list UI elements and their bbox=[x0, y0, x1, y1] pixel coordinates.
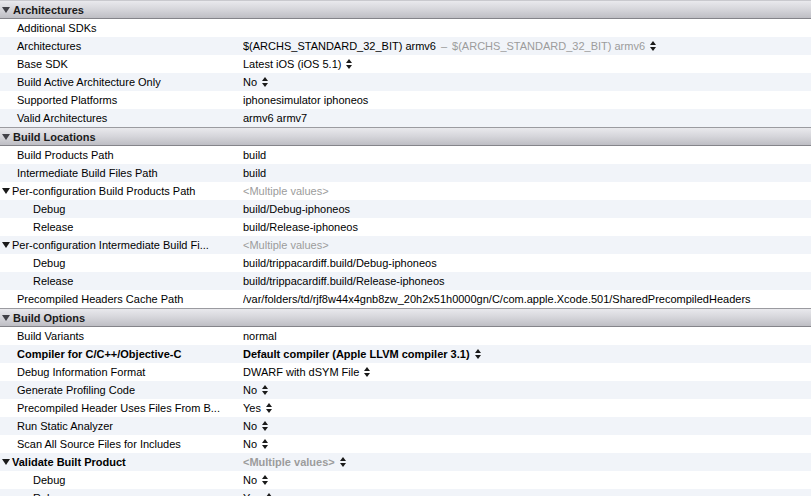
stepper-down-arrow-icon[interactable] bbox=[262, 427, 268, 431]
stepper-up-arrow-icon[interactable] bbox=[266, 403, 272, 407]
stepper-up-arrow-icon[interactable] bbox=[262, 439, 268, 443]
stepper-down-arrow-icon[interactable] bbox=[475, 355, 481, 359]
setting-label-cell: Scan All Source Files for Includes bbox=[0, 438, 243, 450]
setting-row-architectures[interactable]: Architectures$(ARCHS_STANDARD_32_BIT) ar… bbox=[0, 37, 811, 55]
stepper-up-arrow-icon[interactable] bbox=[262, 421, 268, 425]
setting-row-build-active-architecture-only[interactable]: Build Active Architecture OnlyNo bbox=[0, 73, 811, 91]
setting-label: Build Variants bbox=[17, 330, 84, 342]
stepper-icon[interactable] bbox=[262, 77, 268, 87]
setting-value: <Multiple values> bbox=[243, 185, 329, 197]
setting-row-per-configuration-intermediate-build-fi[interactable]: Per-configuration Intermediate Build Fi.… bbox=[0, 236, 811, 254]
setting-row-intermediate-build-files-path[interactable]: Intermediate Build Files Pathbuild bbox=[0, 164, 811, 182]
setting-label-cell: Precompiled Header Uses Files From B... bbox=[0, 402, 243, 414]
stepper-up-arrow-icon[interactable] bbox=[346, 59, 352, 63]
disclosure-triangle-icon[interactable] bbox=[2, 315, 10, 321]
setting-row-supported-platforms[interactable]: Supported Platformsiphonesimulator iphon… bbox=[0, 91, 811, 109]
setting-value-cell: <Multiple values> bbox=[243, 239, 811, 251]
setting-value-cell: No bbox=[243, 438, 811, 450]
setting-label: Architectures bbox=[17, 40, 81, 52]
section-header-build-options[interactable]: Build Options bbox=[0, 308, 811, 327]
disclosure-triangle-icon[interactable] bbox=[2, 188, 10, 194]
stepper-up-arrow-icon[interactable] bbox=[475, 349, 481, 353]
setting-row-per-configuration-build-products-path[interactable]: Per-configuration Build Products Path<Mu… bbox=[0, 182, 811, 200]
setting-label-cell: Release bbox=[0, 492, 243, 496]
setting-label-cell: Precompiled Headers Cache Path bbox=[0, 293, 243, 305]
setting-row-release[interactable]: Releasebuild/trippacardiff.build/Release… bbox=[0, 272, 811, 290]
setting-value: build bbox=[243, 149, 266, 161]
stepper-icon[interactable] bbox=[262, 439, 268, 449]
stepper-up-arrow-icon[interactable] bbox=[262, 77, 268, 81]
setting-value: build/trippacardiff.build/Release-iphone… bbox=[243, 275, 445, 287]
stepper-down-arrow-icon[interactable] bbox=[266, 409, 272, 413]
stepper-up-arrow-icon[interactable] bbox=[364, 367, 370, 371]
setting-label-cell: Validate Built Product bbox=[0, 456, 243, 468]
setting-value: Yes bbox=[243, 492, 261, 496]
build-settings-table: ArchitecturesAdditional SDKsArchitecture… bbox=[0, 0, 811, 496]
setting-row-base-sdk[interactable]: Base SDKLatest iOS (iOS 5.1) bbox=[0, 55, 811, 73]
stepper-down-arrow-icon[interactable] bbox=[364, 373, 370, 377]
stepper-up-arrow-icon[interactable] bbox=[650, 41, 656, 45]
stepper-down-arrow-icon[interactable] bbox=[262, 445, 268, 449]
setting-label-cell: Additional SDKs bbox=[0, 22, 243, 34]
setting-row-validate-built-product[interactable]: Validate Built Product<Multiple values> bbox=[0, 453, 811, 471]
setting-value-cell: Default compiler (Apple LLVM compiler 3.… bbox=[243, 348, 811, 360]
setting-value-cell: iphonesimulator iphoneos bbox=[243, 94, 811, 106]
setting-row-release[interactable]: Releasebuild/Release-iphoneos bbox=[0, 218, 811, 236]
setting-row-release[interactable]: ReleaseYes bbox=[0, 489, 811, 496]
setting-value: No bbox=[243, 76, 257, 88]
stepper-icon[interactable] bbox=[475, 349, 481, 359]
stepper-icon[interactable] bbox=[262, 475, 268, 485]
disclosure-triangle-icon[interactable] bbox=[2, 7, 10, 13]
setting-value: normal bbox=[243, 330, 277, 342]
setting-label-cell: Intermediate Build Files Path bbox=[0, 167, 243, 179]
setting-row-compiler-for-c-c-objective-c[interactable]: Compiler for C/C++/Objective-CDefault co… bbox=[0, 345, 811, 363]
stepper-up-arrow-icon[interactable] bbox=[340, 457, 346, 461]
setting-row-run-static-analyzer[interactable]: Run Static AnalyzerNo bbox=[0, 417, 811, 435]
setting-label: Precompiled Header Uses Files From B... bbox=[17, 402, 220, 414]
stepper-icon[interactable] bbox=[346, 59, 352, 69]
setting-row-valid-architectures[interactable]: Valid Architecturesarmv6 armv7 bbox=[0, 109, 811, 127]
setting-row-additional-sdks[interactable]: Additional SDKs bbox=[0, 19, 811, 37]
setting-value: No bbox=[243, 420, 257, 432]
stepper-icon[interactable] bbox=[364, 367, 370, 377]
setting-label: Build Active Architecture Only bbox=[17, 76, 161, 88]
setting-label-cell: Build Active Architecture Only bbox=[0, 76, 243, 88]
stepper-down-arrow-icon[interactable] bbox=[262, 481, 268, 485]
setting-value: No bbox=[243, 474, 257, 486]
setting-row-debug[interactable]: DebugNo bbox=[0, 471, 811, 489]
setting-row-debug-information-format[interactable]: Debug Information FormatDWARF with dSYM … bbox=[0, 363, 811, 381]
setting-row-precompiled-header-uses-files-from-b[interactable]: Precompiled Header Uses Files From B...Y… bbox=[0, 399, 811, 417]
setting-label-cell: Release bbox=[0, 221, 243, 233]
setting-row-debug[interactable]: Debugbuild/Debug-iphoneos bbox=[0, 200, 811, 218]
stepper-icon[interactable] bbox=[266, 403, 272, 413]
disclosure-triangle-icon[interactable] bbox=[2, 459, 10, 465]
setting-value: No bbox=[243, 384, 257, 396]
stepper-down-arrow-icon[interactable] bbox=[650, 47, 656, 51]
section-header-architectures[interactable]: Architectures bbox=[0, 0, 811, 19]
setting-value-cell: Yes bbox=[243, 402, 811, 414]
stepper-icon[interactable] bbox=[262, 385, 268, 395]
stepper-down-arrow-icon[interactable] bbox=[346, 65, 352, 69]
section-header-build-locations[interactable]: Build Locations bbox=[0, 127, 811, 146]
setting-label: Build Products Path bbox=[17, 149, 114, 161]
setting-row-generate-profiling-code[interactable]: Generate Profiling CodeNo bbox=[0, 381, 811, 399]
setting-row-scan-all-source-files-for-includes[interactable]: Scan All Source Files for IncludesNo bbox=[0, 435, 811, 453]
setting-value-cell: No bbox=[243, 76, 811, 88]
disclosure-triangle-icon[interactable] bbox=[2, 242, 10, 248]
setting-row-build-products-path[interactable]: Build Products Pathbuild bbox=[0, 146, 811, 164]
stepper-icon[interactable] bbox=[650, 41, 656, 51]
stepper-down-arrow-icon[interactable] bbox=[262, 391, 268, 395]
stepper-down-arrow-icon[interactable] bbox=[340, 463, 346, 467]
stepper-up-arrow-icon[interactable] bbox=[262, 385, 268, 389]
setting-value-cell: build/trippacardiff.build/Debug-iphoneos bbox=[243, 257, 811, 269]
stepper-icon[interactable] bbox=[340, 457, 346, 467]
disclosure-triangle-icon[interactable] bbox=[2, 134, 10, 140]
setting-row-precompiled-headers-cache-path[interactable]: Precompiled Headers Cache Path/var/folde… bbox=[0, 290, 811, 308]
setting-label-cell: Valid Architectures bbox=[0, 112, 243, 124]
setting-row-debug[interactable]: Debugbuild/trippacardiff.build/Debug-iph… bbox=[0, 254, 811, 272]
stepper-up-arrow-icon[interactable] bbox=[262, 475, 268, 479]
setting-label: Run Static Analyzer bbox=[17, 420, 113, 432]
stepper-icon[interactable] bbox=[262, 421, 268, 431]
setting-row-build-variants[interactable]: Build Variantsnormal bbox=[0, 327, 811, 345]
stepper-down-arrow-icon[interactable] bbox=[262, 83, 268, 87]
